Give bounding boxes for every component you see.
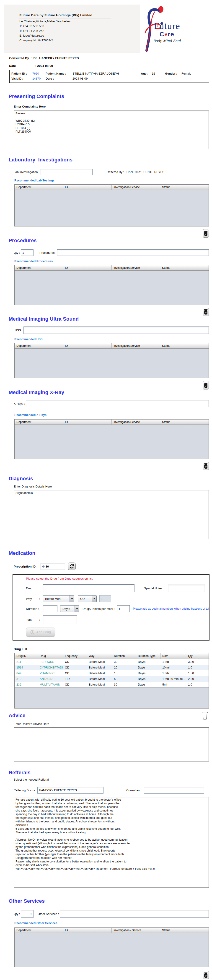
drug-name-cell: ANTACID <box>38 676 63 682</box>
drug-id-cell: 232 <box>14 682 38 687</box>
uss-table: Department ID Investigation/Service Stat… <box>14 343 209 379</box>
patient-id-label: Patient ID : <box>11 72 32 75</box>
referral-notes-textarea[interactable]: Female patient with difficulty eating 16… <box>14 797 209 888</box>
drug-id-cell: 319 <box>14 676 38 682</box>
per-meal-input[interactable] <box>117 605 130 612</box>
recommended-procedures-label: Recommended Procedures <box>14 259 212 263</box>
section-title-presenting-complaints: Presenting Complaints <box>9 94 212 99</box>
frequency-select[interactable]: OD <box>78 595 96 602</box>
company-name: Future Care by Future Holdings (Pty) Lim… <box>19 13 111 18</box>
duration-input[interactable] <box>43 605 58 612</box>
way-cell: Before Meal <box>87 665 112 670</box>
column-header: Department <box>14 185 63 189</box>
complaints-textarea[interactable]: Review WBC-3730- (L) LYMP-40.5 HB-10.4 (… <box>14 110 209 149</box>
logo-tagline: Body Mind Soul <box>148 39 185 43</box>
duration-type-cell: Day/s <box>136 676 161 682</box>
frequency-selected-value: OD <box>78 595 92 602</box>
referring-doctor-label: Reffering Doctor <box>14 789 36 792</box>
procedures-label: Procedures : <box>39 251 57 255</box>
lab-investigation-input[interactable] <box>40 169 93 175</box>
patient-name-label: Patient Name : <box>46 72 72 75</box>
drug-id-cell: 1514 <box>14 665 38 670</box>
duration-type-cell: Day/s <box>136 670 161 676</box>
special-notes-input[interactable] <box>168 585 205 592</box>
procedures-qty-input[interactable] <box>21 250 34 256</box>
drug-row: Drug : Special Notes : <box>26 584 209 592</box>
drug-list-row[interactable]: 1514 CYPROHEPTADIN OD Before Meal 20 Day… <box>14 665 209 670</box>
column-header: Department <box>14 420 63 425</box>
date-label: Date <box>9 64 35 68</box>
date-value: : 2024-08-09 <box>35 64 53 68</box>
company-logo: Future C♥re Body Mind Soul <box>140 5 187 53</box>
logo-care-re: re <box>168 31 174 38</box>
diagnosis-textarea[interactable]: Slight anemia <box>14 490 209 539</box>
prescription-row: Prescription ID : <box>14 563 212 570</box>
way-select[interactable]: Before Meal <box>43 595 74 602</box>
add-drug-button[interactable]: Add Drug <box>26 628 55 637</box>
letterhead: Future Care by Future Holdings (Pty) Lim… <box>4 5 187 53</box>
drug-name-cell: MULTIVITAMIN <box>38 682 63 687</box>
section-title-other-services: Other Services <box>9 898 212 904</box>
column-header: Drug <box>38 653 63 659</box>
frequency-cell: OD <box>63 665 87 670</box>
drug-list-row[interactable]: 211 FERROUS OD Before Meal 30 Day/s 1 ta… <box>14 659 209 665</box>
refresh-prescription-button[interactable] <box>68 563 75 570</box>
other-services-label: Other Services : <box>38 912 60 916</box>
procedures-form-row: Qty : Procedures : <box>14 250 212 256</box>
procedures-qty-label: Qty : <box>14 251 21 255</box>
procedures-input[interactable] <box>57 250 209 256</box>
column-header: Way <box>87 653 112 659</box>
age-label: Age : <box>141 72 152 75</box>
way-cell: Before Meal <box>87 676 112 682</box>
delete-advice-button[interactable] <box>201 710 209 720</box>
section-title-xray: Medical Imaging X-Ray <box>9 390 212 395</box>
other-services-qty-input[interactable] <box>21 910 34 918</box>
section-title-advice: Advice <box>9 713 25 719</box>
xray-input[interactable] <box>26 400 209 407</box>
consulted-by-line: Consulted By : Dr. HANECKY FUENTE REYES <box>9 56 212 60</box>
column-header: Duration <box>112 653 136 659</box>
qty-cell: 1.0 <box>186 682 209 687</box>
drug-list-header: Drug ID Drug Fequency Way Duration Durat… <box>14 653 209 659</box>
column-header: ID <box>63 265 112 270</box>
logo-care-wordmark: C♥re <box>148 31 185 38</box>
xray-table-body <box>14 425 209 459</box>
drug-list-row[interactable]: 319 ANTACID TID Before Meal 5 Day/s 1 ta… <box>14 676 209 682</box>
drug-input[interactable] <box>43 584 135 592</box>
trash-icon <box>204 309 208 315</box>
decimal-hint: Please add as decimal numbers when addin… <box>133 607 209 610</box>
delete-procedure-button[interactable] <box>202 308 209 316</box>
procedures-table-body <box>14 270 209 305</box>
consultant-input[interactable] <box>144 787 204 794</box>
uss-input[interactable] <box>24 326 209 334</box>
delete-uss-button[interactable] <box>202 381 209 390</box>
column-header: Qty <box>186 653 209 659</box>
colon: : <box>39 597 43 600</box>
drug-list-row[interactable]: 232 MULTIVITAMIN OD Before Meal 30 Day/s… <box>14 682 209 687</box>
column-header: Duration Type <box>136 653 161 659</box>
drug-list-row[interactable]: 849 VITAMIN C OD Before Meal 15 Day/s 1 … <box>14 670 209 676</box>
duration-type-select[interactable]: Day/s <box>60 605 79 612</box>
total-input[interactable] <box>43 615 77 624</box>
prescription-id-input[interactable] <box>40 563 65 570</box>
drug-name-cell: CYPROHEPTADIN <box>38 665 63 670</box>
total-label: Total <box>26 618 39 621</box>
consultation-page: Future Care by Future Holdings (Pty) Lim… <box>0 5 212 979</box>
company-phone-2: T: +24 84 225 252 <box>19 29 111 33</box>
delete-xray-button[interactable] <box>202 462 209 470</box>
company-info: Future Care by Future Holdings (Pty) Lim… <box>19 13 111 42</box>
note-cell: 1 tab <box>161 670 186 676</box>
uss-form-row: USS : <box>14 326 212 334</box>
column-header: Status <box>160 928 209 933</box>
delete-other-service-button[interactable] <box>202 971 209 979</box>
other-services-input[interactable] <box>60 910 209 918</box>
advice-header-row: Advice <box>9 710 209 720</box>
column-header: Investigation / Service <box>112 928 160 933</box>
delete-lab-item-button[interactable] <box>202 229 209 238</box>
column-header: ID <box>63 928 112 933</box>
column-header: Department <box>14 928 63 933</box>
drug-suggestion-hint: Please select the Drug from Drug suggess… <box>26 577 209 582</box>
section-title-medication: Medication <box>9 550 212 556</box>
advice-textarea[interactable] <box>14 727 209 762</box>
referring-doctor-input[interactable] <box>37 787 103 794</box>
